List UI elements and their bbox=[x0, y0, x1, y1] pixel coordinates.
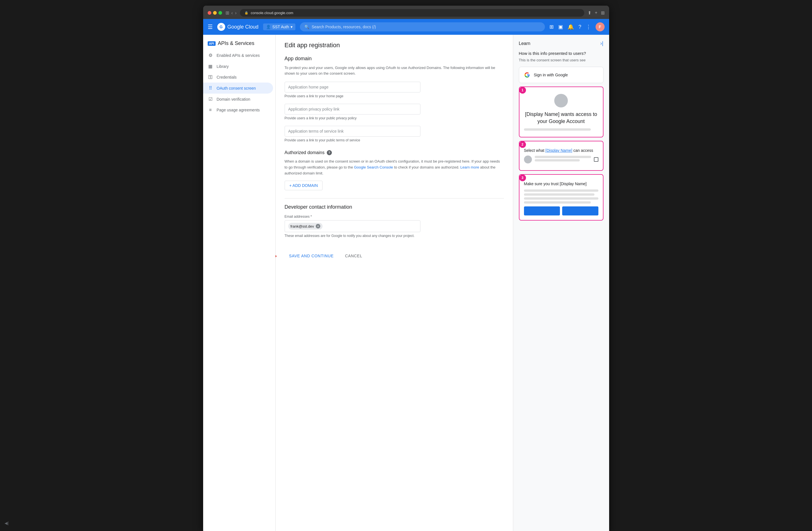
right-panel-header: Learn ›| bbox=[519, 41, 604, 46]
enabled-apis-icon: ⚙ bbox=[208, 53, 213, 58]
sidebar-item-label: OAuth consent screen bbox=[217, 86, 256, 90]
tos-input[interactable] bbox=[285, 126, 420, 136]
email-field-label: Email addresses * bbox=[285, 215, 504, 219]
divider bbox=[285, 198, 504, 198]
email-chip-value: frank@sst.dev bbox=[291, 224, 314, 228]
help-icon[interactable]: ? bbox=[578, 24, 581, 30]
placeholder-line bbox=[524, 128, 591, 131]
header-icons: ⊞ ▣ 🔔 ? ⋮ F bbox=[549, 22, 604, 31]
chip-remove-button[interactable]: ✕ bbox=[316, 224, 320, 228]
homepage-hint: Provide users a link to your home page bbox=[285, 94, 504, 98]
window-icon[interactable]: ⊞ bbox=[226, 10, 229, 16]
project-selector[interactable]: 👤 SST Auth ▾ bbox=[263, 24, 296, 30]
add-domain-button[interactable]: + ADD DOMAIN bbox=[285, 181, 323, 190]
help-circle-icon[interactable]: ? bbox=[327, 150, 332, 155]
card-1-lines bbox=[524, 128, 598, 131]
card-3-title: Make sure you trust [Display Name] bbox=[524, 181, 598, 186]
right-panel-title: Learn bbox=[519, 41, 531, 46]
card-2-placeholder-lines bbox=[535, 156, 591, 163]
avatar[interactable]: F bbox=[596, 22, 605, 31]
gcloud-icon: G bbox=[217, 23, 225, 31]
lock-icon: 🔒 bbox=[244, 11, 248, 15]
close-button[interactable] bbox=[208, 11, 211, 15]
consent-card-2: 2 Select what [Display Name] can access bbox=[519, 141, 604, 171]
email-hint: These email addresses are for Google to … bbox=[285, 234, 504, 238]
homepage-input[interactable] bbox=[285, 82, 420, 92]
browser-controls: ⊞ ‹ › bbox=[226, 10, 237, 16]
save-and-continue-button[interactable]: SAVE AND CONTINUE bbox=[285, 251, 338, 261]
placeholder-line bbox=[535, 156, 591, 158]
placeholder-line bbox=[524, 193, 595, 196]
consent-screen-desc: This is the consent screen that users se… bbox=[519, 58, 604, 62]
consent-card-1: 1 [Display Name] wants access to your Go… bbox=[519, 87, 604, 137]
menu-button[interactable]: ☰ bbox=[208, 24, 213, 30]
share-icon[interactable]: ⬆ bbox=[588, 10, 591, 16]
right-panel: Learn ›| How is this info presented to u… bbox=[513, 35, 609, 531]
card-2-item bbox=[524, 156, 598, 163]
sidebar-item-library[interactable]: ▦ Library bbox=[203, 61, 273, 72]
placeholder-line bbox=[524, 189, 598, 192]
card-2-checkbox bbox=[594, 157, 598, 162]
placeholder-line bbox=[524, 201, 591, 204]
email-chip-input[interactable]: frank@sst.dev ✕ bbox=[285, 220, 420, 232]
minimize-button[interactable] bbox=[213, 11, 217, 15]
card-1-title: [Display Name] wants access to your Goog… bbox=[524, 111, 598, 125]
forward-button[interactable]: › bbox=[235, 11, 236, 16]
privacy-policy-field: Provide users a link to your public priv… bbox=[285, 104, 504, 120]
main-layout: API APIs & Services ⚙ Enabled APIs & ser… bbox=[203, 35, 609, 531]
placeholder-line bbox=[524, 197, 598, 200]
url-text: console.cloud.google.com bbox=[251, 11, 293, 15]
sidebar-item-label: Domain verification bbox=[217, 97, 250, 102]
more-options-icon[interactable]: ⋮ bbox=[586, 24, 591, 30]
how-presented-section: How is this info presented to users? Thi… bbox=[519, 51, 604, 221]
display-name-link[interactable]: [Display Name] bbox=[546, 148, 572, 153]
address-bar[interactable]: 🔒 console.cloud.google.com bbox=[240, 9, 584, 17]
google-search-console-link[interactable]: Google Search Console bbox=[354, 165, 393, 169]
button-preview-1 bbox=[524, 206, 560, 216]
sidebar-item-page-usage[interactable]: ≡ Page usage agreements bbox=[203, 105, 273, 115]
sidebar-item-enabled-apis[interactable]: ⚙ Enabled APIs & services bbox=[203, 50, 273, 61]
how-presented-title: How is this info presented to users? bbox=[519, 51, 604, 56]
authorized-domains-title-text: Authorized domains bbox=[285, 150, 324, 155]
sidebar-item-oauth-consent[interactable]: ⠿ OAuth consent screen bbox=[203, 83, 273, 93]
app-domain-section: App domain To protect you and your users… bbox=[285, 56, 504, 142]
learn-more-link[interactable]: Learn more bbox=[460, 165, 479, 169]
cancel-button[interactable]: CANCEL bbox=[340, 251, 367, 261]
homepage-field: Provide users a link to your home page bbox=[285, 82, 504, 98]
search-placeholder: Search Products, resources, docs (/) bbox=[311, 25, 376, 29]
card-1-number: 1 bbox=[519, 87, 526, 93]
developer-contact-section: Developer contact information Email addr… bbox=[285, 204, 504, 238]
back-button[interactable]: ‹ bbox=[231, 11, 233, 16]
privacy-policy-input[interactable] bbox=[285, 104, 420, 115]
oauth-icon: ⠿ bbox=[208, 85, 213, 91]
content-area: Edit app registration App domain To prot… bbox=[276, 35, 513, 531]
authorized-domains-header: Authorized domains ? bbox=[285, 150, 504, 155]
traffic-lights bbox=[208, 11, 222, 15]
grid-icon[interactable]: ⊞ bbox=[601, 10, 605, 16]
tos-hint: Provide users a link to your public term… bbox=[285, 138, 504, 142]
project-dropdown-icon: ▾ bbox=[291, 25, 292, 29]
sidebar-item-label: Page usage agreements bbox=[217, 108, 260, 112]
maximize-button[interactable] bbox=[218, 11, 222, 15]
terminal-icon[interactable]: ▣ bbox=[558, 24, 563, 30]
new-tab-icon[interactable]: + bbox=[595, 10, 597, 16]
card-3-lines bbox=[524, 189, 598, 204]
search-bar[interactable]: 🔍 Search Products, resources, docs (/) bbox=[300, 22, 545, 31]
g-logo bbox=[524, 72, 531, 78]
panel-toggle-button[interactable]: ›| bbox=[600, 41, 604, 46]
credentials-icon: ⚿ bbox=[208, 75, 213, 80]
consent-card-3: 3 Make sure you trust [Display Name] bbox=[519, 174, 604, 221]
card-2-title: Select what [Display Name] can access bbox=[524, 148, 598, 153]
gcloud-header: ☰ G Google Cloud 👤 SST Auth ▾ 🔍 Search P… bbox=[203, 19, 609, 35]
sidebar-item-domain-verification[interactable]: ☑ Domain verification bbox=[203, 93, 273, 105]
card-3-buttons bbox=[524, 206, 598, 216]
notifications-icon[interactable]: 🔔 bbox=[568, 24, 574, 30]
card-3-content: Make sure you trust [Display Name] bbox=[524, 179, 598, 216]
sidebar-item-label: Enabled APIs & services bbox=[217, 53, 260, 58]
tos-field: Provide users a link to your public term… bbox=[285, 126, 504, 142]
card-3-number: 3 bbox=[519, 175, 526, 181]
sidebar-item-label: Credentials bbox=[217, 75, 237, 79]
project-icon: 👤 bbox=[266, 25, 271, 29]
sidebar-item-credentials[interactable]: ⚿ Credentials bbox=[203, 72, 273, 83]
apps-icon[interactable]: ⊞ bbox=[549, 24, 554, 30]
